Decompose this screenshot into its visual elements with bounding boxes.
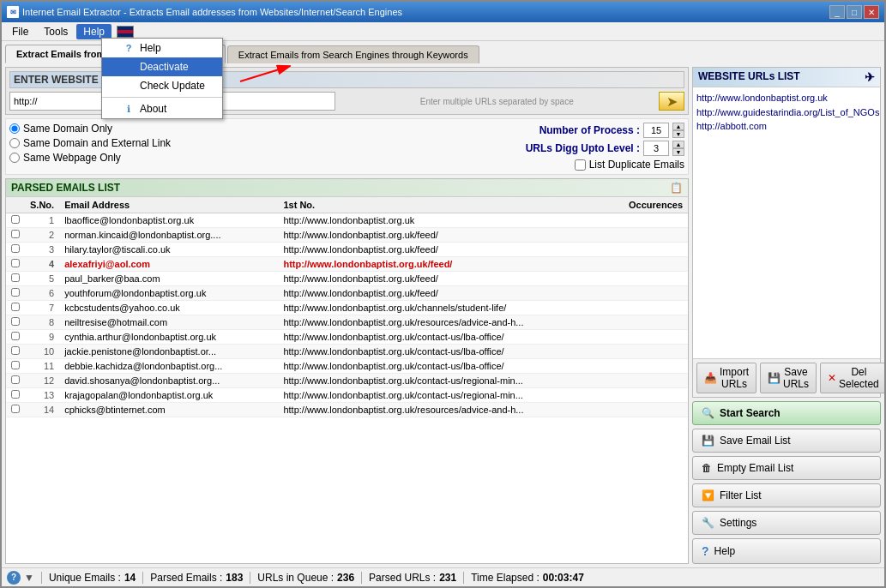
- row-checkbox[interactable]: [11, 259, 20, 267]
- filter-list-button[interactable]: 🔽 Filter List: [692, 483, 881, 507]
- table-row[interactable]: 1 lbaoffice@londonbaptist.org.uk http://…: [6, 213, 688, 228]
- process-input[interactable]: [643, 123, 669, 138]
- row-checkbox[interactable]: [11, 332, 20, 340]
- row-sno: 6: [25, 286, 59, 301]
- row-check[interactable]: [6, 228, 25, 243]
- row-checkbox[interactable]: [11, 390, 20, 399]
- table-row[interactable]: 7 kcbcstudents@yahoo.co.uk http://www.lo…: [6, 301, 688, 315]
- row-checkbox[interactable]: [11, 288, 20, 297]
- row-checkbox[interactable]: [11, 215, 20, 224]
- save-email-list-button[interactable]: 💾 Save Email List: [692, 429, 881, 453]
- row-check[interactable]: [6, 359, 25, 374]
- help-menu-deactivate[interactable]: Deactivate: [102, 57, 222, 76]
- row-url: http://www.londonbaptist.org.uk/contact-…: [278, 374, 604, 388]
- row-email: david.shosanya@londonbaptist.org...: [59, 374, 278, 388]
- row-sno: 1: [25, 213, 59, 228]
- help-dropdown-menu: ? Help Deactivate Check Update ℹ About: [101, 38, 223, 119]
- process-spin-down[interactable]: ▼: [672, 130, 684, 138]
- status-help-icon[interactable]: ?: [7, 571, 21, 585]
- row-occ: [604, 345, 688, 359]
- radio-same-domain-external[interactable]: [9, 138, 20, 148]
- table-row[interactable]: 9 cynthia.arthur@londonbaptist.org.uk ht…: [6, 330, 688, 345]
- row-checkbox[interactable]: [11, 303, 20, 311]
- row-occ: [604, 330, 688, 345]
- help-menu-help[interactable]: ? Help: [102, 39, 222, 57]
- row-check[interactable]: [6, 315, 25, 330]
- tab-search-engines[interactable]: Extract Emails from Search Engines throu…: [227, 45, 479, 63]
- menu-tools[interactable]: Tools: [37, 24, 75, 39]
- menu-file[interactable]: File: [5, 24, 35, 39]
- table-row[interactable]: 12 david.shosanya@londonbaptist.org... h…: [6, 374, 688, 388]
- status-sep-3: [250, 572, 250, 584]
- minimize-button[interactable]: _: [829, 5, 845, 19]
- maximize-button[interactable]: □: [847, 5, 862, 19]
- settings-button[interactable]: 🔧 Settings: [692, 511, 881, 535]
- row-check[interactable]: [6, 213, 25, 228]
- row-check[interactable]: [6, 286, 25, 301]
- duplicate-checkbox[interactable]: [575, 159, 586, 171]
- row-checkbox[interactable]: [11, 317, 20, 326]
- table-row[interactable]: 3 hilary.taylor@tiscali.co.uk http://www…: [6, 243, 688, 257]
- level-spin-down[interactable]: ▼: [672, 148, 684, 156]
- row-checkbox[interactable]: [11, 244, 20, 253]
- table-row[interactable]: 6 youthforum@londonbaptist.org.uk http:/…: [6, 286, 688, 301]
- row-url: http://www.londonbaptist.org.uk/feed/: [278, 272, 604, 286]
- row-check[interactable]: [6, 272, 25, 286]
- url-list-actions: 📥 Import URLs 💾 Save URLs ✕ Del Selected: [693, 358, 880, 397]
- radio-same-domain-only[interactable]: [9, 123, 20, 134]
- left-panel: ENTER WEBSITE URLs Enter multiple URLs s…: [5, 67, 689, 564]
- row-email: hilary.taylor@tiscali.co.uk: [59, 243, 278, 257]
- save-urls-icon: 💾: [768, 372, 781, 384]
- row-check[interactable]: [6, 330, 25, 345]
- row-checkbox[interactable]: [11, 361, 20, 369]
- level-spin-up[interactable]: ▲: [672, 141, 684, 148]
- row-email: debbie.kachidza@londonbaptist.org...: [59, 359, 278, 374]
- row-check[interactable]: [6, 388, 25, 403]
- search-icon: 🔍: [702, 407, 714, 419]
- row-check[interactable]: [6, 403, 25, 417]
- table-row[interactable]: 11 debbie.kachidza@londonbaptist.org... …: [6, 359, 688, 374]
- empty-email-list-button[interactable]: 🗑 Empty Email List: [692, 456, 881, 480]
- menu-separator: [102, 97, 222, 98]
- table-row[interactable]: 8 neiltresise@hotmail.com http://www.lon…: [6, 315, 688, 330]
- row-sno: 7: [25, 301, 59, 315]
- help-menu-check-update[interactable]: Check Update: [102, 76, 222, 95]
- help-menu-about[interactable]: ℹ About: [102, 99, 222, 118]
- table-row[interactable]: 4 alexafriyi@aol.com http://www.londonba…: [6, 257, 688, 272]
- table-row[interactable]: 5 paul_barker@baa.com http://www.londonb…: [6, 272, 688, 286]
- url-list-plane-icon: ✈: [865, 70, 875, 84]
- row-checkbox[interactable]: [11, 230, 20, 238]
- status-arrow[interactable]: ▼: [24, 572, 34, 584]
- row-check[interactable]: [6, 243, 25, 257]
- start-search-button[interactable]: 🔍 Start Search: [692, 401, 881, 425]
- col-occ: Occurences: [604, 197, 688, 213]
- row-check[interactable]: [6, 345, 25, 359]
- close-button[interactable]: ✕: [864, 5, 879, 19]
- row-occ: [604, 359, 688, 374]
- table-row[interactable]: 2 norman.kincaid@londonbaptist.org.... h…: [6, 228, 688, 243]
- save-email-icon: 💾: [702, 435, 714, 447]
- process-spin-up[interactable]: ▲: [672, 123, 684, 130]
- table-row[interactable]: 10 jackie.penistone@londonbaptist.or... …: [6, 345, 688, 359]
- title-bar: ✉ Internet Email Extractor - Extracts Em…: [2, 2, 884, 22]
- row-checkbox[interactable]: [11, 346, 20, 355]
- row-check[interactable]: [6, 374, 25, 388]
- row-url: http://www.londonbaptist.org.uk/resource…: [278, 315, 604, 330]
- level-input[interactable]: [643, 141, 669, 156]
- tabs-area: Extract Emails from Websites through URL…: [2, 41, 884, 567]
- row-check[interactable]: [6, 301, 25, 315]
- help-right-button[interactable]: ? Help: [692, 538, 881, 564]
- del-selected-button[interactable]: ✕ Del Selected: [820, 363, 884, 393]
- row-checkbox[interactable]: [11, 375, 20, 384]
- menu-help[interactable]: Help: [76, 24, 112, 39]
- url-go-button[interactable]: ➤: [659, 92, 684, 111]
- radio-same-webpage[interactable]: [9, 153, 20, 163]
- unique-emails-value: 14: [124, 572, 136, 584]
- table-row[interactable]: 14 cphicks@btinternet.com http://www.lon…: [6, 403, 688, 417]
- save-urls-button[interactable]: 💾 Save URLs: [760, 363, 817, 393]
- row-checkbox[interactable]: [11, 405, 20, 413]
- import-urls-button[interactable]: 📥 Import URLs: [696, 363, 756, 393]
- row-checkbox[interactable]: [11, 273, 20, 282]
- table-row[interactable]: 13 krajagopalan@londonbaptist.org.uk htt…: [6, 388, 688, 403]
- row-check[interactable]: [6, 257, 25, 272]
